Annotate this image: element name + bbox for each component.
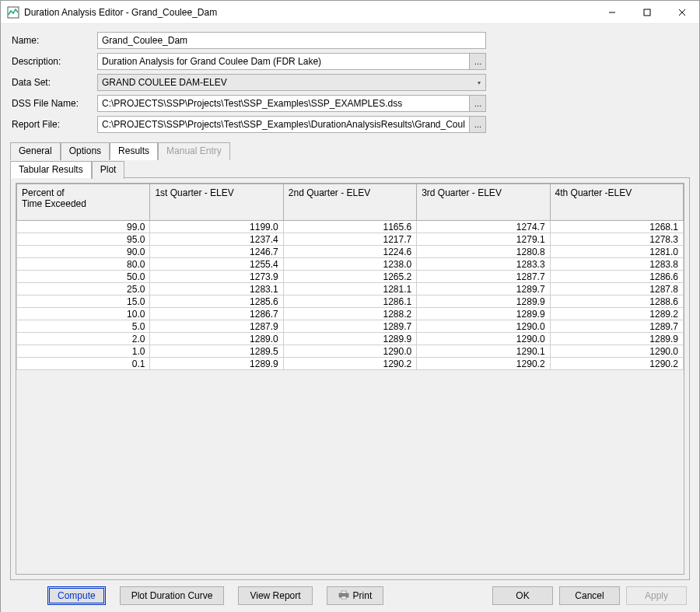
table-cell[interactable]: 1217.7 xyxy=(283,233,416,246)
table-cell[interactable]: 1289.0 xyxy=(150,333,283,345)
reportfile-input[interactable] xyxy=(97,116,470,133)
description-input[interactable] xyxy=(97,53,470,70)
table-cell[interactable]: 1224.6 xyxy=(283,246,416,258)
table-cell[interactable]: 1281.0 xyxy=(550,246,683,258)
col-q3[interactable]: 3rd Quarter - ELEV xyxy=(417,184,550,221)
subtab-tabular[interactable]: Tabular Results xyxy=(10,161,92,179)
table-cell[interactable]: 1255.4 xyxy=(150,258,283,271)
table-row[interactable]: 25.01283.11281.11289.71287.8 xyxy=(17,283,684,296)
table-cell[interactable]: 1283.8 xyxy=(550,258,683,271)
table-cell[interactable]: 1289.9 xyxy=(283,333,416,345)
table-cell[interactable]: 90.0 xyxy=(17,246,150,258)
table-cell[interactable]: 80.0 xyxy=(17,258,150,271)
maximize-button[interactable] xyxy=(629,1,664,23)
table-cell[interactable]: 1238.0 xyxy=(283,258,416,271)
table-row[interactable]: 5.01287.91289.71290.01289.7 xyxy=(17,320,684,333)
row-description: Description: … xyxy=(10,53,690,70)
table-cell[interactable]: 1274.7 xyxy=(417,221,550,233)
table-cell[interactable]: 1289.7 xyxy=(417,283,550,296)
table-cell[interactable]: 1287.9 xyxy=(150,320,283,333)
name-input[interactable] xyxy=(97,32,486,49)
table-cell[interactable]: 5.0 xyxy=(17,320,150,333)
table-row[interactable]: 99.01199.01165.61274.71268.1 xyxy=(17,221,684,233)
compute-button[interactable]: Compute xyxy=(47,586,106,605)
table-cell[interactable]: 1285.6 xyxy=(150,296,283,308)
table-cell[interactable]: 1286.7 xyxy=(150,308,283,320)
table-cell[interactable]: 95.0 xyxy=(17,233,150,246)
table-cell[interactable]: 1237.4 xyxy=(150,233,283,246)
col-percent[interactable]: Percent of Time Exceeded xyxy=(17,184,150,221)
table-row[interactable]: 2.01289.01289.91290.01289.9 xyxy=(17,333,684,345)
dssfile-input[interactable] xyxy=(97,95,470,112)
table-row[interactable]: 10.01286.71288.21289.91289.2 xyxy=(17,308,684,320)
table-cell[interactable]: 1290.1 xyxy=(417,345,550,358)
table-cell[interactable]: 1287.8 xyxy=(550,283,683,296)
table-cell[interactable]: 1165.6 xyxy=(283,221,416,233)
table-row[interactable]: 0.11289.91290.21290.21290.2 xyxy=(17,358,684,370)
table-row[interactable]: 90.01246.71224.61280.81281.0 xyxy=(17,246,684,258)
table-row[interactable]: 95.01237.41217.71279.11278.3 xyxy=(17,233,684,246)
table-cell[interactable]: 1286.6 xyxy=(550,271,683,283)
table-cell[interactable]: 1287.7 xyxy=(417,271,550,283)
table-cell[interactable]: 1286.1 xyxy=(283,296,416,308)
table-cell[interactable]: 1289.9 xyxy=(550,333,683,345)
table-cell[interactable]: 1289.9 xyxy=(417,308,550,320)
table-cell[interactable]: 1288.2 xyxy=(283,308,416,320)
table-cell[interactable]: 1290.2 xyxy=(417,358,550,370)
print-button[interactable]: Print xyxy=(327,586,384,605)
subtab-plot[interactable]: Plot xyxy=(92,161,125,179)
table-cell[interactable]: 1290.2 xyxy=(283,358,416,370)
table-cell[interactable]: 1290.2 xyxy=(550,358,683,370)
table-cell[interactable]: 10.0 xyxy=(17,308,150,320)
table-cell[interactable]: 2.0 xyxy=(17,333,150,345)
table-cell[interactable]: 1283.1 xyxy=(150,283,283,296)
table-cell[interactable]: 1289.9 xyxy=(150,358,283,370)
table-row[interactable]: 15.01285.61286.11289.91288.6 xyxy=(17,296,684,308)
table-cell[interactable]: 1290.0 xyxy=(417,320,550,333)
table-cell[interactable]: 1281.1 xyxy=(283,283,416,296)
table-row[interactable]: 50.01273.91265.21287.71286.6 xyxy=(17,271,684,283)
table-cell[interactable]: 1246.7 xyxy=(150,246,283,258)
view-report-button[interactable]: View Report xyxy=(238,586,312,605)
table-cell[interactable]: 50.0 xyxy=(17,271,150,283)
table-cell[interactable]: 1279.1 xyxy=(417,233,550,246)
table-cell[interactable]: 1289.7 xyxy=(283,320,416,333)
tab-results[interactable]: Results xyxy=(110,142,158,160)
table-cell[interactable]: 1289.7 xyxy=(550,320,683,333)
table-cell[interactable]: 1.0 xyxy=(17,345,150,358)
tab-options[interactable]: Options xyxy=(61,142,110,160)
col-q4[interactable]: 4th Quarter -ELEV xyxy=(550,184,683,221)
col-q1[interactable]: 1st Quarter - ELEV xyxy=(150,184,283,221)
table-cell[interactable]: 1289.5 xyxy=(150,345,283,358)
table-cell[interactable]: 1265.2 xyxy=(283,271,416,283)
table-cell[interactable]: 1280.8 xyxy=(417,246,550,258)
cancel-button[interactable]: Cancel xyxy=(559,586,620,605)
table-cell[interactable]: 1288.6 xyxy=(550,296,683,308)
table-row[interactable]: 80.01255.41238.01283.31283.8 xyxy=(17,258,684,271)
table-cell[interactable]: 25.0 xyxy=(17,283,150,296)
table-cell[interactable]: 99.0 xyxy=(17,221,150,233)
table-row[interactable]: 1.01289.51290.01290.11290.0 xyxy=(17,345,684,358)
table-cell[interactable]: 0.1 xyxy=(17,358,150,370)
table-cell[interactable]: 1290.0 xyxy=(283,345,416,358)
table-cell[interactable]: 1290.0 xyxy=(550,345,683,358)
table-cell[interactable]: 1289.9 xyxy=(417,296,550,308)
description-expand-button[interactable]: … xyxy=(469,53,486,70)
table-cell[interactable]: 1289.2 xyxy=(550,308,683,320)
col-q2[interactable]: 2nd Quarter - ELEV xyxy=(283,184,416,221)
tab-general[interactable]: General xyxy=(10,142,61,160)
reportfile-browse-button[interactable]: … xyxy=(469,116,486,133)
table-cell[interactable]: 15.0 xyxy=(17,296,150,308)
table-cell[interactable]: 1290.0 xyxy=(417,333,550,345)
table-cell[interactable]: 1199.0 xyxy=(150,221,283,233)
table-cell[interactable]: 1283.3 xyxy=(417,258,550,271)
ok-button[interactable]: OK xyxy=(492,586,553,605)
minimize-button[interactable] xyxy=(594,1,629,23)
table-cell[interactable]: 1278.3 xyxy=(550,233,683,246)
table-cell[interactable]: 1273.9 xyxy=(150,271,283,283)
dataset-select[interactable]: GRAND COULEE DAM-ELEV ▾ xyxy=(97,74,486,91)
table-cell[interactable]: 1268.1 xyxy=(550,221,683,233)
close-button[interactable] xyxy=(664,1,699,23)
plot-duration-curve-button[interactable]: Plot Duration Curve xyxy=(120,586,225,605)
dssfile-browse-button[interactable]: … xyxy=(469,95,486,112)
